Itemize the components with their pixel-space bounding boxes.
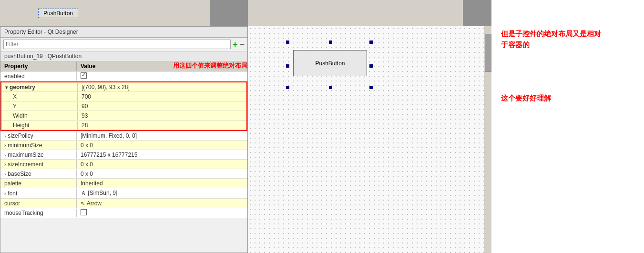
- prop-name-maxsize: ›maximumSize: [0, 151, 77, 159]
- pushbutton-widget[interactable]: PushButton: [293, 50, 367, 76]
- prop-value-sizeincrement: 0 x 0: [77, 160, 247, 169]
- table-row-sizepolicy: ›sizePolicy [Minimum, Fixed, 0, 0]: [0, 131, 247, 141]
- geometry-group: ▾geometry [(700, 90), 93 x 28] X 700 Y 9…: [0, 81, 247, 131]
- add-button[interactable]: +: [233, 40, 238, 49]
- top-pushbutton: PushButton: [38, 9, 78, 18]
- table-row-y: Y 90: [1, 101, 246, 111]
- filter-input[interactable]: [3, 40, 231, 49]
- table-row-minsize: ›minimumSize 0 x 0: [0, 141, 247, 150]
- selection-handle-br: [369, 86, 373, 89]
- prop-value-maxsize: 16777215 x 16777215: [77, 151, 247, 159]
- selection-handle-ml: [286, 64, 289, 68]
- prop-value-width: 93: [78, 111, 246, 120]
- prop-name-sizepolicy: ›sizePolicy: [0, 132, 77, 140]
- table-row-geometry: ▾geometry [(700, 90), 93 x 28]: [1, 82, 246, 92]
- prop-name-sizeincrement: ›sizeIncrement: [0, 160, 77, 169]
- table-row: enabled: [0, 71, 247, 81]
- prop-value-mousetracking: [77, 208, 247, 218]
- property-editor-title: Property Editor - Qt Designer: [0, 27, 247, 38]
- prop-name-width: Width: [1, 111, 78, 120]
- prop-value-sizepolicy: [Minimum, Fixed, 0, 0]: [77, 132, 247, 140]
- table-row-palette: palette Inherited: [0, 179, 247, 188]
- selection-handle-mr: [369, 64, 373, 68]
- selection-handle-tl: [286, 40, 289, 44]
- prop-value-enabled: [77, 71, 247, 81]
- selection-handle-tr: [369, 40, 373, 44]
- table-row-x: X 700: [1, 92, 246, 101]
- prop-value-y: 90: [78, 102, 246, 111]
- minus-button[interactable]: −: [239, 40, 245, 49]
- enabled-checkbox[interactable]: [81, 72, 87, 79]
- prop-name-x: X: [1, 92, 78, 101]
- prop-name-height: Height: [1, 121, 78, 130]
- table-row-sizeincrement: ›sizeIncrement 0 x 0: [0, 160, 247, 169]
- prop-name-minsize: ›minimumSize: [0, 141, 77, 150]
- mousetracking-checkbox[interactable]: [81, 209, 87, 215]
- annotation-text-2: 这个要好好理解: [501, 93, 634, 104]
- table-row-font: ›font Ａ [SimSun, 9]: [0, 188, 247, 199]
- value-column-header: Value: [77, 61, 168, 71]
- widget-label: pushButton_19 : QPushButton: [0, 51, 247, 61]
- prop-name-geometry: ▾geometry: [1, 83, 78, 91]
- prop-value-minsize: 0 x 0: [77, 141, 247, 150]
- table-row-maxsize: ›maximumSize 16777215 x 16777215: [0, 150, 247, 160]
- table-row-mousetracking: mouseTracking: [0, 208, 247, 218]
- prop-value-palette: Inherited: [77, 179, 247, 188]
- table-row-cursor: cursor ↖ Arrow: [0, 199, 247, 208]
- selection-handle-bc: [329, 86, 332, 89]
- prop-value-geometry: [(700, 90), 93 x 28]: [78, 83, 246, 91]
- prop-name-cursor: cursor: [0, 199, 77, 208]
- prop-name-palette: palette: [0, 179, 77, 188]
- table-row-height: Height 28: [1, 121, 246, 130]
- annotation-text-1: 但是子控件的绝对布局又是相对于容器的: [501, 29, 634, 50]
- prop-name-basesize: ›baseSize: [0, 170, 77, 178]
- table-row-basesize: ›baseSize 0 x 0: [0, 169, 247, 179]
- prop-name-enabled: enabled: [0, 72, 77, 81]
- prop-value-x: 700: [78, 92, 246, 101]
- prop-value-font: Ａ [SimSun, 9]: [77, 188, 247, 198]
- table-row-width: Width 93: [1, 111, 246, 121]
- scrollbar-thumb[interactable]: [485, 34, 491, 72]
- design-canvas[interactable]: PushButton: [248, 26, 484, 253]
- selection-handle-bl: [286, 86, 289, 89]
- prop-name-mousetracking: mouseTracking: [0, 209, 77, 217]
- annotation-text: 用这四个值来调整绝对布局: [173, 61, 247, 71]
- selection-handle-tc: [329, 40, 332, 44]
- vertical-scrollbar[interactable]: [484, 26, 491, 253]
- prop-value-basesize: 0 x 0: [77, 170, 247, 178]
- prop-name-y: Y: [1, 102, 78, 111]
- annotation-panel: 但是子控件的绝对布局又是相对于容器的 这个要好好理解: [491, 0, 644, 253]
- property-column-header: Property: [0, 61, 77, 71]
- prop-value-height: 28: [78, 121, 246, 130]
- prop-value-cursor: ↖ Arrow: [77, 199, 247, 208]
- prop-name-font: ›font: [0, 189, 77, 198]
